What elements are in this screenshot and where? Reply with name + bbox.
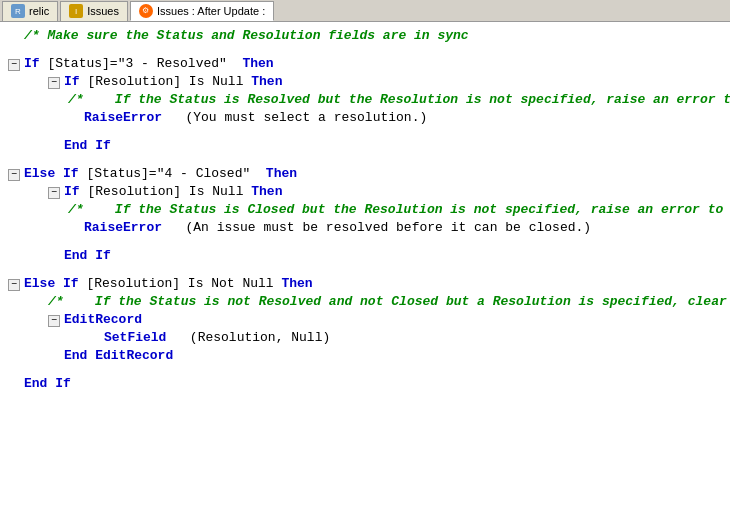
if-keyword-1: If xyxy=(24,56,40,71)
set-field-line: SetField (Resolution, Null) xyxy=(8,330,722,348)
comment-text-1: /* Make sure the Status and Resolution f… xyxy=(24,28,469,43)
end-editrecord-line: End EditRecord xyxy=(8,348,722,366)
end-if-keyword-2: End If xyxy=(64,248,111,263)
after-update-icon: ⚙ xyxy=(139,4,153,18)
if3-then: Then xyxy=(251,184,282,199)
if1-then: Then xyxy=(242,56,273,71)
raise-error-line-2: RaiseError (An issue must be resolved be… xyxy=(8,220,722,238)
else-if-closed-line: − Else If [Status]="4 - Closed" Then xyxy=(8,166,722,184)
raise-keyword-2: RaiseError xyxy=(84,220,162,235)
raise-error-line-1: RaiseError (You must select a resolution… xyxy=(8,110,722,128)
if3-condition: [Resolution] Is Null xyxy=(87,184,243,199)
collapse-elseif1[interactable]: − xyxy=(8,169,20,181)
elseif2-then: Then xyxy=(281,276,312,291)
if1-condition: [Status]="3 - Resolved" xyxy=(47,56,226,71)
tab-bar: R relic I Issues ⚙ Issues : After Update… xyxy=(0,0,730,22)
if2-condition: [Resolution] Is Null xyxy=(87,74,243,89)
end-if-1: End If xyxy=(8,138,722,156)
raise2-msg: (An issue must be resolved before it can… xyxy=(185,220,591,235)
tab-relic[interactable]: R relic xyxy=(2,1,58,21)
if-resolution-null-line-2: − If [Resolution] Is Null Then xyxy=(8,184,722,202)
end-if-2: End If xyxy=(8,248,722,266)
collapse-if1[interactable]: − xyxy=(8,59,20,71)
if2-then: Then xyxy=(251,74,282,89)
comment-line-4: /* If the Status is not Resolved and not… xyxy=(8,294,722,312)
collapse-if3[interactable]: − xyxy=(48,187,60,199)
editrecord-keyword: EditRecord xyxy=(64,312,142,327)
tab-relic-label: relic xyxy=(29,5,49,17)
collapse-elseif2[interactable]: − xyxy=(8,279,20,291)
tab-issues[interactable]: I Issues xyxy=(60,1,128,21)
end-if-keyword-1: End If xyxy=(64,138,111,153)
comment-line-3: /* If the Status is Closed but the Resol… xyxy=(8,202,722,220)
issues-icon: I xyxy=(69,4,83,18)
relic-icon: R xyxy=(11,4,25,18)
tab-after-update-label: Issues : After Update : xyxy=(157,5,265,17)
comment2-start: /* xyxy=(68,92,84,107)
setfield-keyword: SetField xyxy=(104,330,166,345)
end-if-final-keyword: End If xyxy=(24,376,71,391)
collapse-if2[interactable]: − xyxy=(48,77,60,89)
collapse-editrecord[interactable]: − xyxy=(48,315,60,327)
raise1-msg: (You must select a resolution.) xyxy=(185,110,427,125)
if-resolved-line: − If [Status]="3 - Resolved" Then xyxy=(8,56,722,74)
if-keyword-3: If xyxy=(64,184,80,199)
elseif1-keyword: Else If xyxy=(24,166,79,181)
comment-line-1: /* Make sure the Status and Resolution f… xyxy=(8,28,722,46)
comment3-start: /* xyxy=(68,202,84,217)
if-resolution-null-line-1: − If [Resolution] Is Null Then xyxy=(8,74,722,92)
comment-line-2: /* If the Status is Resolved but the Res… xyxy=(8,92,722,110)
code-content: /* Make sure the Status and Resolution f… xyxy=(0,22,730,511)
elseif1-condition: [Status]="4 - Closed" xyxy=(86,166,250,181)
tab-issues-label: Issues xyxy=(87,5,119,17)
comment2-text: If the Status is Resolved but the Resolu… xyxy=(115,92,730,107)
comment4-start: /* xyxy=(48,294,64,309)
elseif2-condition: [Resolution] Is Not Null xyxy=(86,276,273,291)
else-if-not-null-line: − Else If [Resolution] Is Not Null Then xyxy=(8,276,722,294)
end-editrecord-keyword: End EditRecord xyxy=(64,348,173,363)
comment4-text: If the Status is not Resolved and not Cl… xyxy=(95,294,730,309)
edit-record-line: − EditRecord xyxy=(8,312,722,330)
raise-keyword-1: RaiseError xyxy=(84,110,162,125)
if-keyword-2: If xyxy=(64,74,80,89)
elseif2-keyword: Else If xyxy=(24,276,79,291)
comment3-text: If the Status is Closed but the Resoluti… xyxy=(115,202,730,217)
setfield-args: (Resolution, Null) xyxy=(190,330,330,345)
elseif1-then: Then xyxy=(266,166,297,181)
end-if-final: End If xyxy=(8,376,722,394)
tab-after-update[interactable]: ⚙ Issues : After Update : xyxy=(130,1,274,21)
